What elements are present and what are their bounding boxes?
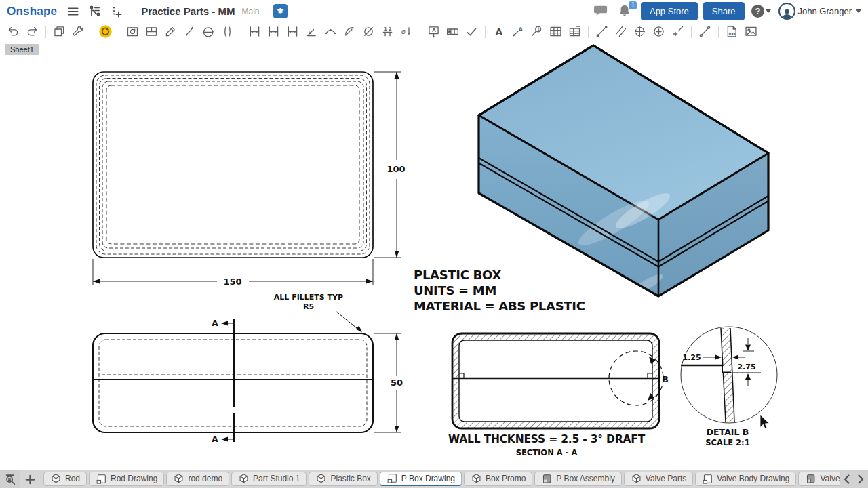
auxiliary-view-icon[interactable] xyxy=(180,23,199,41)
insert-view-icon[interactable] xyxy=(123,23,142,41)
detail-dim2-text[interactable]: 2.75 xyxy=(737,363,755,371)
share-button[interactable]: Share xyxy=(703,2,745,20)
break-view-icon[interactable] xyxy=(218,23,237,41)
redo-icon[interactable] xyxy=(23,23,41,41)
center-mark-circle-icon[interactable] xyxy=(631,23,649,41)
tab-label: Rod Drawing xyxy=(111,474,157,483)
radial-dimension-icon[interactable] xyxy=(340,23,359,41)
dim-width-text[interactable]: 150 xyxy=(223,277,241,287)
dim-height-text[interactable]: 100 xyxy=(387,164,405,174)
tab-plastic-box[interactable]: Plastic Box xyxy=(309,472,377,486)
three-point-arc-dimension-icon[interactable] xyxy=(321,23,340,41)
toolbar-divider xyxy=(45,26,46,38)
scroll-tabs-right-icon[interactable] xyxy=(856,474,865,485)
tab-label: P Box Drawing xyxy=(401,474,455,483)
dimension-point-to-point-icon[interactable] xyxy=(264,23,283,41)
fillet-note-line2[interactable]: R5 xyxy=(303,302,314,311)
document-tabs: RodRod Drawingrod demoPart Studio 1Plast… xyxy=(39,470,868,488)
note-line3[interactable]: MATERIAL = ABS PLASTIC xyxy=(414,299,585,313)
undo-icon[interactable] xyxy=(4,23,22,41)
center-mark-icon[interactable] xyxy=(650,23,668,41)
section-label-bottom: A xyxy=(212,434,218,444)
dimension-icon[interactable] xyxy=(245,23,264,41)
isometric-view[interactable] xyxy=(479,45,768,297)
toolbar-divider xyxy=(718,26,719,38)
onshape-logo[interactable]: Onshape xyxy=(7,5,57,18)
note-icon[interactable] xyxy=(425,23,443,41)
diameter-dimension-icon[interactable] xyxy=(359,23,378,41)
help-caret-icon xyxy=(766,9,771,13)
table-icon[interactable] xyxy=(547,23,565,41)
sheet-tab[interactable]: Sheet1 xyxy=(5,44,39,55)
learning-center-icon[interactable] xyxy=(273,4,288,18)
user-name: John Granger xyxy=(798,6,852,16)
detail-view[interactable]: 1.25 2.75 DETAIL B SCALE 2:1 xyxy=(681,327,777,447)
tab-box-promo[interactable]: Box Promo xyxy=(464,472,532,486)
tab-p-box-drawing[interactable]: P Box Drawing xyxy=(380,472,462,486)
tab-part-studio-1[interactable]: Part Studio 1 xyxy=(231,472,307,486)
mouse-cursor xyxy=(760,415,769,429)
note-line2[interactable]: UNITS = MM xyxy=(414,283,496,298)
insert-image-icon[interactable] xyxy=(742,23,760,41)
tab-p-box-assembly[interactable]: P Box Assembly xyxy=(534,472,621,486)
part-tab-icon xyxy=(173,473,184,485)
dimension-line-icon[interactable] xyxy=(283,23,302,41)
toolbar-divider xyxy=(241,26,241,38)
section-view[interactable]: B WALL THCKNESS = 2.5 - 3° DRAFT SECTION… xyxy=(448,333,669,458)
fillet-note-line1[interactable]: ALL FILLETS TYP xyxy=(274,293,343,302)
update-views-icon[interactable] xyxy=(96,23,115,41)
tab-label: Rod xyxy=(65,474,80,483)
section-view-icon[interactable] xyxy=(199,23,218,41)
workspace-name[interactable]: Main xyxy=(242,7,260,16)
front-view[interactable]: A A 50 ALL FILLETS TYP R5 xyxy=(93,293,403,444)
help-icon[interactable]: ? xyxy=(750,3,773,20)
hamburger-menu-icon[interactable] xyxy=(65,3,81,20)
sheets-icon[interactable] xyxy=(50,23,68,41)
add-tab-icon[interactable] xyxy=(20,470,39,488)
bom-table-icon[interactable] xyxy=(566,23,584,41)
tab-rod[interactable]: Rod xyxy=(43,472,87,486)
toolbar-divider xyxy=(588,26,589,38)
tab-rod-drawing[interactable]: Rod Drawing xyxy=(89,472,164,486)
diameter-callout-icon[interactable] xyxy=(397,23,416,41)
surface-finish-icon[interactable] xyxy=(462,23,481,41)
tab-scrollers xyxy=(840,470,868,488)
comments-icon[interactable] xyxy=(593,3,610,20)
user-menu[interactable]: John Granger xyxy=(778,3,862,20)
section-label: SECTION A - A xyxy=(516,448,578,458)
sheet-layout-icon[interactable] xyxy=(142,23,161,41)
balloon-icon[interactable] xyxy=(528,23,546,41)
tab-rod-demo[interactable]: rod demo xyxy=(166,472,229,486)
top-view[interactable]: 150 100 xyxy=(93,72,406,287)
section-note[interactable]: WALL THCKNESS = 2.5 - 3° DRAFT xyxy=(448,433,646,445)
text-icon[interactable] xyxy=(490,23,508,41)
drawing-properties-icon[interactable] xyxy=(69,23,87,41)
ordinate-dimension-icon[interactable] xyxy=(378,23,397,41)
versions-icon[interactable] xyxy=(87,3,103,20)
notifications-icon[interactable]: 1 xyxy=(618,3,635,20)
detail-dim1-text[interactable]: 1.25 xyxy=(682,353,701,362)
tab-valve-parts[interactable]: Valve Parts xyxy=(624,472,693,486)
centerline-icon[interactable] xyxy=(593,23,611,41)
tab-label: Plastic Box xyxy=(330,474,370,483)
dim-depth-text[interactable]: 50 xyxy=(391,378,403,388)
app-store-button[interactable]: App Store xyxy=(641,2,698,20)
dimension-2-75[interactable] xyxy=(745,338,751,386)
search-tabs-icon[interactable] xyxy=(0,470,20,488)
callout-icon[interactable] xyxy=(509,23,527,41)
angular-dimension-icon[interactable] xyxy=(302,23,321,41)
fillet-note[interactable] xyxy=(336,311,362,333)
scroll-tabs-left-icon[interactable] xyxy=(842,474,852,485)
drawing-canvas[interactable]: 150 100 A A 50 xyxy=(0,41,868,470)
tangent-mark-icon[interactable] xyxy=(669,23,687,41)
note-line1[interactable]: PLASTIC BOX xyxy=(414,268,501,282)
projected-view-icon[interactable] xyxy=(161,23,180,41)
insert-elements-icon[interactable] xyxy=(108,3,125,20)
drawing-tab-icon xyxy=(387,472,398,484)
centerline-parallel-icon[interactable] xyxy=(612,23,630,41)
sketch-line-icon[interactable] xyxy=(696,23,714,41)
export-dxf-icon[interactable] xyxy=(723,23,741,41)
tab-valve-body-drawing[interactable]: Valve Body Drawing xyxy=(695,472,796,486)
geometric-tolerance-icon[interactable] xyxy=(443,23,462,41)
drawing-notes[interactable]: PLASTIC BOX UNITS = MM MATERIAL = ABS PL… xyxy=(414,268,585,313)
